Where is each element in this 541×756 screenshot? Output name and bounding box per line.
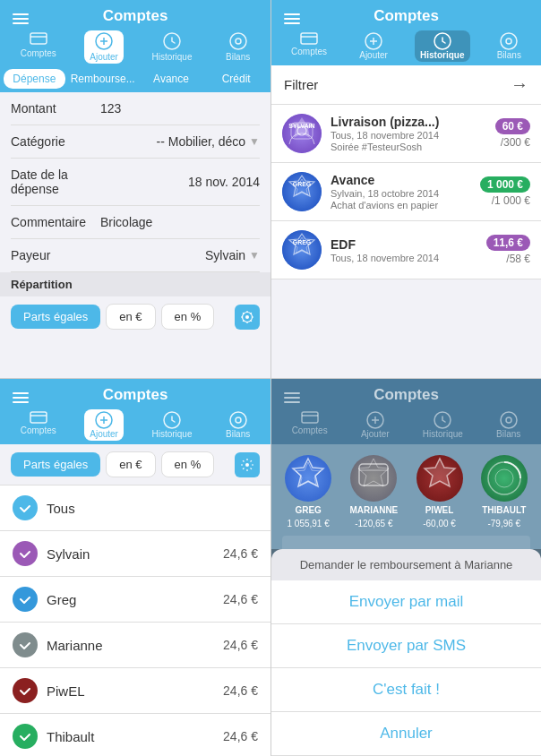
en-pct-btn[interactable]: en % [161, 304, 215, 330]
tl-subtab-rembourse[interactable]: Rembourse... [69, 69, 137, 89]
avatar-item-greg[interactable]: GREG 1 055,91 € [285, 455, 331, 528]
item-info-edf: EDF Tous, 18 novembre 2014 [331, 237, 477, 263]
commentaire-value[interactable]: Bricolage [100, 215, 260, 229]
br-greg-name: GREG [295, 505, 321, 515]
filter-row[interactable]: Filtrer → [271, 65, 541, 105]
br-greg-avatar [285, 455, 331, 502]
tl-tab-comptes[interactable]: Comptes [15, 30, 62, 64]
br-tab-historique[interactable]: Historique [417, 409, 468, 441]
br-thibault-amount: -79,96 € [487, 519, 520, 528]
greg-name: Greg [47, 592, 214, 607]
tl-subtab-credit[interactable]: Crédit [205, 69, 267, 89]
commentaire-label: Commentaire [11, 215, 100, 229]
br-menu-icon[interactable] [279, 387, 305, 408]
bl-tab-comptes[interactable]: Comptes [15, 409, 62, 441]
item-sub2-avance: Achat d'avions en papier [331, 200, 471, 210]
bl-gear-icon[interactable] [235, 452, 260, 477]
total-avance: /1 000 € [492, 194, 530, 207]
svg-point-41 [495, 469, 513, 487]
greg-avatar: GREG [282, 172, 322, 211]
form-row-montant: Montant 123 [11, 92, 260, 125]
br-nav-tabs: Comptes Ajouter Historique Bilans [271, 409, 541, 441]
bl-menu-icon[interactable] [7, 387, 34, 408]
bl-en-pct-btn[interactable]: en % [161, 451, 215, 477]
list-item[interactable]: SYLVAIN Livraison (pizza...) Tous, 18 no… [271, 105, 541, 163]
tl-tab-historique[interactable]: Historique [146, 30, 197, 64]
avatar-item-thibault[interactable]: THIBAULT -79,96 € [481, 455, 528, 528]
item-info-pizza: Livraison (pizza...) Tous, 18 novembre 2… [331, 115, 486, 152]
tl-tab-ajouter[interactable]: Ajouter [84, 30, 124, 64]
bl-title: Comptes [34, 386, 236, 404]
br-top-bar: Comptes Comptes Ajouter Historique Bilan… [271, 379, 541, 444]
categorie-select[interactable]: -- Mobilier, déco ▼ [100, 134, 260, 149]
person-row-greg[interactable]: Greg 24,6 € [0, 577, 270, 623]
br-title: Comptes [305, 386, 507, 404]
br-greg-amount: 1 055,91 € [287, 519, 329, 528]
list-item[interactable]: GREG Avance Sylvain, 18 octobre 2014 Ach… [271, 163, 541, 221]
bl-nav-tabs: Comptes Ajouter Historique Bilans [0, 409, 270, 441]
tr-tab-bilans[interactable]: Bilans [492, 30, 527, 62]
payeur-chevron-icon: ▼ [249, 249, 260, 262]
item-badge-pizza: 60 € /300 € [495, 118, 530, 149]
bl-en-euros-btn[interactable]: en € [106, 451, 155, 477]
date-value[interactable]: 18 nov. 2014 [100, 175, 260, 189]
br-tab-bilans[interactable]: Bilans [491, 409, 526, 441]
bottom-left-panel: Comptes Comptes Ajouter Historique Bilan… [0, 378, 270, 756]
svg-rect-29 [302, 412, 318, 423]
bl-tab-historique[interactable]: Historique [146, 409, 197, 441]
avatar-item-marianne[interactable]: MARIANNE -120,65 € [349, 455, 398, 528]
modal-btn-mail[interactable]: Envoyer par mail [271, 580, 541, 624]
tl-form: Montant 123 Catégorie -- Mobilier, déco … [0, 92, 270, 272]
person-row-marianne[interactable]: Marianne 24,6 € [0, 623, 270, 668]
tr-tab-comptes[interactable]: Comptes [286, 30, 332, 62]
item-sub1-pizza: Tous, 18 novembre 2014 [331, 130, 486, 141]
tl-subtab-avance[interactable]: Avance [141, 69, 202, 89]
tl-top-bar: Comptes Comptes Ajouter Historique Bil [0, 0, 270, 67]
bottom-right-panel: Comptes Comptes Ajouter Historique Bilan… [270, 378, 541, 756]
person-row-sylvain[interactable]: Sylvain 24,6 € [0, 531, 270, 577]
avatar-item-piwel[interactable]: PIWEL -60,00 € [416, 455, 463, 528]
montant-value[interactable]: 123 [100, 101, 260, 116]
tl-tab-bilans[interactable]: Bilans [220, 30, 255, 64]
br-tab-comptes[interactable]: Comptes [287, 409, 333, 441]
tr-menu-icon[interactable] [279, 8, 305, 30]
thibault-check [13, 724, 38, 749]
modal-btn-sms[interactable]: Envoyer par SMS [271, 624, 541, 668]
sylvain-amount: 24,6 € [223, 546, 258, 561]
br-tab-ajouter[interactable]: Ajouter [356, 409, 395, 441]
tl-menu-icon[interactable] [7, 8, 34, 30]
tr-tab-ajouter[interactable]: Ajouter [354, 30, 393, 62]
bl-parts-egales-btn[interactable]: Parts égales [11, 452, 100, 477]
bl-tab-ajouter[interactable]: Ajouter [84, 409, 124, 441]
br-piwel-name: PIWEL [425, 505, 454, 515]
filter-label: Filtrer [284, 77, 318, 92]
svg-point-28 [236, 417, 241, 423]
svg-marker-39 [425, 459, 455, 486]
person-row-piwel[interactable]: PiwEL 24,6 € [0, 668, 270, 714]
tl-subtab-depense[interactable]: Dépense [4, 69, 65, 89]
parts-egales-btn[interactable]: Parts égales [11, 305, 100, 329]
bl-top-bar: Comptes Comptes Ajouter Historique Bilan… [0, 379, 270, 444]
modal-btn-annuler[interactable]: Annuler [271, 712, 541, 756]
thibault-amount: 24,6 € [223, 729, 258, 743]
modal-btn-cest-fait[interactable]: C'est fait ! [271, 668, 541, 712]
br-marianne-amount: -120,65 € [355, 519, 392, 528]
br-avatars-row: GREG 1 055,91 € MARIANNE -120,65 € PIWEL… [271, 444, 541, 536]
tr-top-bar: Comptes Comptes Ajouter Historique Bilan… [271, 0, 541, 65]
person-row-thibault[interactable]: Thibault 24,6 € [0, 714, 270, 756]
tr-tab-historique[interactable]: Historique [415, 30, 469, 62]
bl-tab-bilans[interactable]: Bilans [220, 409, 255, 441]
form-row-categorie: Catégorie -- Mobilier, déco ▼ [11, 125, 260, 159]
en-euros-btn[interactable]: en € [106, 304, 155, 330]
form-row-date: Date de la dépense 18 nov. 2014 [11, 159, 260, 206]
top-left-panel: Comptes Comptes Ajouter Historique Bil [0, 0, 270, 378]
tl-gear-icon[interactable] [235, 305, 260, 330]
person-row-tous[interactable]: Tous [0, 485, 270, 531]
payeur-select[interactable]: Sylvain ▼ [100, 248, 260, 262]
tous-name: Tous [47, 501, 249, 516]
piwel-name: PiwEL [47, 683, 214, 699]
item-sub1-avance: Sylvain, 18 octobre 2014 [331, 188, 471, 199]
categorie-chevron-icon: ▼ [249, 135, 260, 148]
list-item[interactable]: GREG EDF Tous, 18 novembre 2014 11,6 € /… [271, 221, 541, 279]
piwel-check [13, 678, 38, 703]
